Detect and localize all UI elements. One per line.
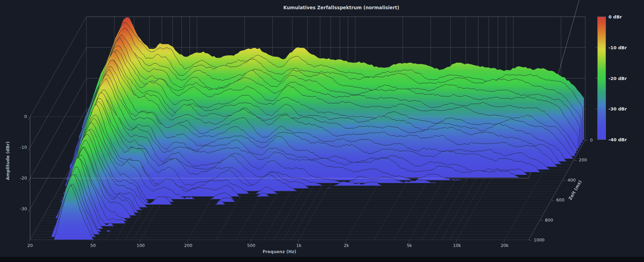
svg-text:500: 500 <box>247 243 255 248</box>
svg-text:0: 0 <box>590 137 593 143</box>
svg-text:10k: 10k <box>453 243 461 248</box>
cumulative-spectral-decay-chart: 0-10-20-3020501002005001k2k5k10k20k02004… <box>0 0 644 262</box>
svg-text:2k: 2k <box>344 243 349 248</box>
svg-text:-30: -30 <box>20 206 27 211</box>
svg-text:50: 50 <box>90 243 96 248</box>
colorbar-legend <box>598 17 606 140</box>
svg-text:-20 dBr: -20 dBr <box>608 76 627 81</box>
colorbar-strip <box>598 17 606 140</box>
svg-text:-10: -10 <box>20 145 27 150</box>
svg-text:0: 0 <box>24 114 27 119</box>
y-axis-label: Amplitude (dBr) <box>5 142 10 180</box>
svg-text:200: 200 <box>184 243 192 248</box>
svg-text:-40 dBr: -40 dBr <box>608 137 627 142</box>
svg-text:200: 200 <box>579 157 587 162</box>
svg-text:1k: 1k <box>296 243 302 248</box>
x-axis-label: Frequenz (Hz) <box>263 249 296 254</box>
svg-text:5k: 5k <box>407 243 412 248</box>
svg-text:100: 100 <box>137 243 145 248</box>
svg-text:0 dBr: 0 dBr <box>608 14 622 19</box>
svg-text:-30 dBr: -30 dBr <box>608 106 627 112</box>
waterfall-plot-window: 0-10-20-3020501002005001k2k5k10k20k02004… <box>0 0 644 262</box>
svg-text:1000: 1000 <box>534 237 545 243</box>
svg-text:400: 400 <box>567 178 576 183</box>
svg-text:600: 600 <box>556 197 564 202</box>
svg-text:-20: -20 <box>20 175 27 181</box>
footer-bar <box>0 257 644 262</box>
svg-text:20k: 20k <box>501 243 509 248</box>
svg-text:-10 dBr: -10 dBr <box>608 45 627 50</box>
svg-text:800: 800 <box>545 218 553 223</box>
svg-text:20: 20 <box>27 243 33 248</box>
chart-title: Kumulatives Zerfallsspektrum (normalisie… <box>283 5 399 10</box>
